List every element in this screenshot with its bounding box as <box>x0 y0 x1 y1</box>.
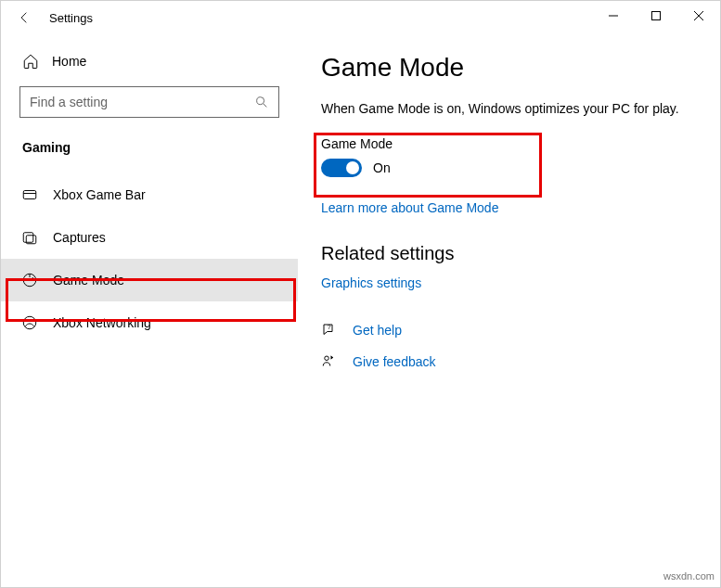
feedback-icon <box>321 353 338 370</box>
home-icon <box>22 53 39 70</box>
get-help-link[interactable]: Get help <box>353 323 402 338</box>
search-placeholder: Find a setting <box>30 95 108 109</box>
back-button[interactable] <box>12 10 38 25</box>
help-icon: ? <box>321 322 338 339</box>
give-feedback-link[interactable]: Give feedback <box>353 354 436 369</box>
svg-point-13 <box>325 356 329 361</box>
close-button[interactable] <box>677 1 720 31</box>
svg-line-5 <box>264 104 266 107</box>
home-label: Home <box>52 54 86 69</box>
svg-rect-1 <box>652 12 661 20</box>
sidebar-item-xbox-game-bar[interactable]: Xbox Game Bar <box>1 173 298 216</box>
graphics-settings-link[interactable]: Graphics settings <box>321 275 702 290</box>
game-bar-icon <box>21 186 38 203</box>
search-icon <box>254 95 269 109</box>
maximize-button[interactable] <box>635 1 677 31</box>
learn-more-link[interactable]: Learn more about Game Mode <box>321 200 702 215</box>
svg-text:?: ? <box>328 324 331 330</box>
svg-point-11 <box>23 316 36 329</box>
toggle-label: Game Mode <box>321 136 393 151</box>
category-label: Gaming <box>19 140 279 155</box>
search-input[interactable]: Find a setting <box>19 86 279 118</box>
page-description: When Game Mode is on, Windows optimizes … <box>321 101 702 116</box>
sidebar-item-label: Xbox Game Bar <box>53 187 146 202</box>
svg-rect-6 <box>23 191 36 199</box>
sidebar-item-label: Captures <box>53 230 106 245</box>
page-title: Game Mode <box>321 53 702 83</box>
sidebar-item-game-mode[interactable]: Game Mode <box>1 259 298 301</box>
sidebar-item-xbox-networking[interactable]: Xbox Networking <box>1 301 298 344</box>
game-mode-icon <box>21 272 38 288</box>
svg-rect-8 <box>23 233 33 243</box>
home-nav[interactable]: Home <box>19 53 279 70</box>
sidebar-item-captures[interactable]: Captures <box>1 216 298 259</box>
sidebar-item-label: Game Mode <box>53 273 124 288</box>
xbox-icon <box>21 314 38 331</box>
watermark: wsxdn.com <box>663 570 715 582</box>
svg-point-4 <box>257 97 264 105</box>
captures-icon <box>21 229 38 246</box>
toggle-state: On <box>373 160 391 175</box>
sidebar-item-label: Xbox Networking <box>53 315 151 330</box>
game-mode-toggle[interactable] <box>321 159 362 177</box>
minimize-button[interactable] <box>592 1 635 31</box>
related-settings-heading: Related settings <box>321 243 702 264</box>
window-title: Settings <box>49 11 93 25</box>
